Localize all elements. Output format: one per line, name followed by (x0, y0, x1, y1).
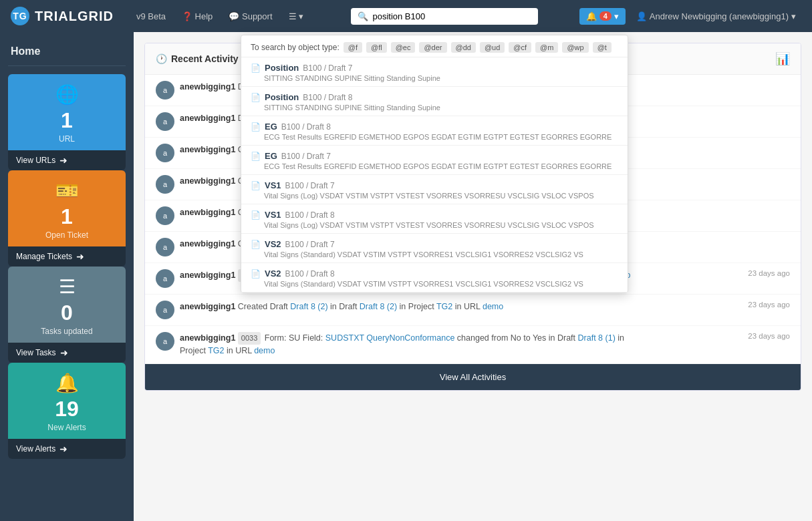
result-meta: B100 / Draft 8 (285, 210, 335, 220)
doc-icon: 📄 (251, 93, 261, 102)
activity-link[interactable]: Draft 8 (2) (290, 302, 327, 311)
chat-icon: 💬 (229, 11, 239, 21)
card-footer[interactable]: View Alerts ➜ (8, 439, 126, 459)
result-name: EG (265, 122, 277, 132)
activity-link[interactable]: demo (483, 302, 503, 311)
result-meta: B100 / Draft 7 (285, 181, 335, 190)
sidebar-card-url[interactable]: 🌐 1 URL View URLs ➜ (8, 74, 126, 170)
card-label: Tasks updated (41, 327, 92, 336)
dropdown-result-item[interactable]: 📄 VS2 B100 / Draft 7 Vital Signs (Standa… (241, 234, 628, 263)
card-body: 🔔 19 New Alerts (8, 363, 126, 439)
tag-dd[interactable]: @dd (451, 42, 476, 53)
activity-link[interactable]: TG2 (208, 346, 224, 355)
tag-ec[interactable]: @ec (391, 42, 416, 53)
brand-icon: TG (11, 7, 29, 25)
dropdown-result-item[interactable]: 📄 VS1 B100 / Draft 8 Vital Signs (Log) V… (241, 204, 628, 234)
footer-label: Manage Tickets (16, 252, 72, 261)
activity-link[interactable]: demo (254, 346, 275, 355)
result-sub: SITTING STANDING SUPINE Sitting Standing… (264, 104, 618, 112)
card-body: 🌐 1 URL (8, 74, 126, 150)
activity-row: a anewbigging1 0033 Form: SU Field: SUDS… (145, 326, 801, 364)
activity-text: Created Draft (238, 302, 291, 311)
activity-user: anewbigging1 (180, 208, 235, 217)
dropdown-result-item[interactable]: 📄 EG B100 / Draft 8 ECG Test Results EGR… (241, 116, 628, 146)
result-sub: Vital Signs (Log) VSDAT VSTIM VSTPT VSTE… (264, 221, 618, 229)
tag-fl[interactable]: @fl (366, 42, 387, 53)
dropdown-header: To search by object type: @f @fl @ec @de… (241, 35, 628, 57)
card-label: New Alerts (47, 423, 86, 432)
user-icon: 👤 (636, 11, 647, 21)
search-icon: 🔍 (358, 11, 368, 21)
brand-logo[interactable]: TG TRIALGRID (11, 7, 114, 25)
result-meta: B100 / Draft 8 (281, 122, 331, 132)
card-footer[interactable]: Manage Tickets ➜ (8, 246, 126, 267)
dropdown-result-item[interactable]: 📄 VS2 B100 / Draft 8 Vital Signs (Standa… (241, 263, 628, 293)
doc-icon: 📄 (251, 181, 261, 190)
notification-badge: 4 (599, 11, 612, 21)
result-meta: B100 / Draft 7 (281, 152, 331, 161)
search-dropdown: To search by object type: @f @fl @ec @de… (241, 35, 628, 293)
doc-icon: 📄 (251, 210, 261, 220)
result-name: VS1 (265, 180, 281, 190)
sidebar-card-tasks-updated[interactable]: ☰ 0 Tasks updated View Tasks ➜ (8, 267, 126, 363)
result-sub: Vital Signs (Standard) VSDAT VSTIM VSTPT… (264, 250, 618, 258)
tag-f[interactable]: @f (344, 42, 362, 53)
result-sub: SITTING STANDING SUPINE Sitting Standing… (264, 74, 618, 82)
dropdown-result-item[interactable]: 📄 Position B100 / Draft 7 SITTING STANDI… (241, 57, 628, 87)
tag-ud[interactable]: @ud (480, 42, 505, 53)
sidebar-card-open-ticket[interactable]: 🎫 1 Open Ticket Manage Tickets ➜ (8, 170, 126, 267)
activity-user: anewbigging1 (180, 333, 238, 343)
tag-m[interactable]: @m (535, 42, 558, 53)
result-name: VS2 (265, 239, 281, 249)
dropdown-result-item[interactable]: 📄 VS1 B100 / Draft 7 Vital Signs (Log) V… (241, 175, 628, 204)
notification-button[interactable]: 🔔 4 ▾ (579, 8, 626, 25)
version-link[interactable]: v9 Beta (130, 7, 172, 25)
dropdown-result-item[interactable]: 📄 EG B100 / Draft 7 ECG Test Results EGR… (241, 146, 628, 175)
tag-cf[interactable]: @cf (509, 42, 531, 53)
dropdown-arrow: ▾ (614, 11, 619, 21)
activity-link[interactable]: Draft 8 (2) (360, 302, 397, 311)
tag-t[interactable]: @t (593, 42, 612, 53)
arrow-icon: ➜ (60, 347, 68, 358)
activity-user: anewbigging1 (180, 302, 238, 311)
avatar: a (156, 332, 174, 351)
dropdown-result-item[interactable]: 📄 Position B100 / Draft 8 SITTING STANDI… (241, 87, 628, 116)
clock-icon: 🕐 (156, 53, 167, 64)
tag-wp[interactable]: @wp (562, 42, 588, 53)
menu-link[interactable]: ☰ ▾ (282, 7, 311, 25)
card-icon: 🎫 (55, 180, 79, 202)
card-footer[interactable]: View Tasks ➜ (8, 343, 126, 363)
activity-time: 23 days ago (748, 269, 790, 277)
card-icon: ☰ (59, 276, 76, 298)
search-input[interactable] (372, 11, 531, 21)
doc-icon: 📄 (251, 240, 261, 249)
view-all-button[interactable]: View All Activities (145, 364, 801, 390)
support-link[interactable]: 💬 Support (222, 7, 279, 25)
dropdown-header-label: To search by object type: (251, 43, 340, 52)
sidebar-card-new-alerts[interactable]: 🔔 19 New Alerts View Alerts ➜ (8, 363, 126, 459)
activity-badge: 0033 (238, 332, 261, 345)
user-menu[interactable]: 👤 Andrew Newbigging (anewbigging1) ▾ (631, 8, 801, 25)
footer-label: View URLs (16, 156, 55, 165)
card-body: 🎫 1 Open Ticket (8, 170, 126, 246)
activity-text: in URL (455, 302, 483, 311)
activity-user: anewbigging1 (180, 239, 235, 248)
activity-link[interactable]: TG2 (436, 302, 452, 311)
avatar: a (156, 301, 174, 319)
tag-der[interactable]: @der (419, 42, 446, 53)
footer-label: View Tasks (16, 348, 56, 357)
help-link[interactable]: ❓ Help (175, 7, 219, 25)
chart-icon[interactable]: 📊 (775, 51, 790, 66)
dropdown-item-title: 📄 Position B100 / Draft 7 (251, 63, 618, 73)
result-name: EG (265, 151, 277, 161)
avatar: a (156, 112, 174, 131)
avatar: a (156, 81, 174, 100)
result-name: Position (265, 92, 299, 102)
activity-title: Recent Activity (171, 53, 239, 64)
arrow-icon: ➜ (76, 251, 84, 262)
dropdown-item-title: 📄 VS1 B100 / Draft 7 (251, 180, 618, 190)
card-footer[interactable]: View URLs ➜ (8, 150, 126, 170)
activity-link[interactable]: SUDSTXT QueryNonConformance (325, 333, 455, 343)
activity-link[interactable]: Draft 8 (1) (578, 333, 616, 343)
user-label: Andrew Newbigging (anewbigging1) (650, 11, 789, 21)
